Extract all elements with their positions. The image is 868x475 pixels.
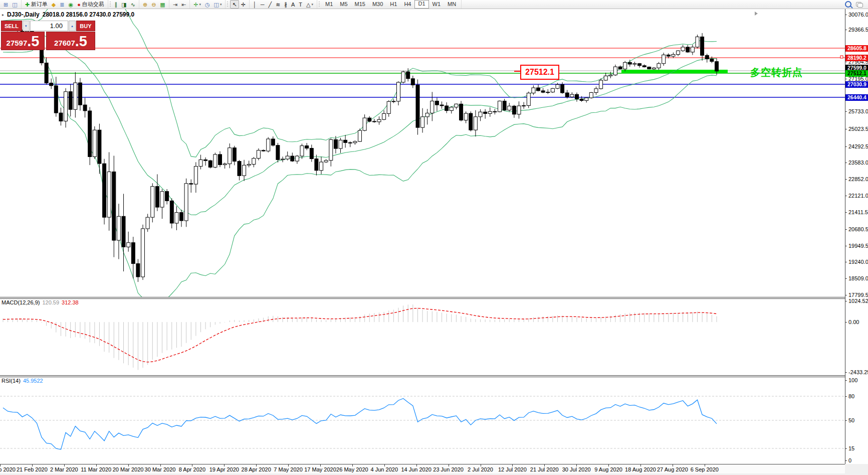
candle bbox=[78, 78, 82, 110]
one-click-collapse-icon[interactable]: ▸ bbox=[2, 13, 4, 17]
new-order-button: ✚ bbox=[25, 1, 30, 8]
candle bbox=[377, 116, 381, 125]
rsi-svg bbox=[0, 377, 845, 464]
candle bbox=[324, 159, 328, 163]
sell-button[interactable]: SELL bbox=[1, 21, 22, 31]
candle bbox=[392, 99, 395, 103]
price-level-badge: 26440.4 bbox=[845, 94, 868, 101]
price-axis-label: 22852.0 bbox=[848, 176, 868, 182]
period-clock-icon: ◷ bbox=[205, 1, 210, 8]
candle bbox=[305, 143, 309, 150]
add-indicator-icon[interactable]: ✛▾ bbox=[191, 0, 203, 9]
search-icon[interactable] bbox=[845, 1, 851, 8]
candle bbox=[460, 101, 463, 121]
candle bbox=[435, 98, 439, 111]
chat-icon[interactable] bbox=[856, 2, 863, 7]
market-depth-icon[interactable]: ≣ bbox=[58, 0, 66, 9]
date-axis-label: 26 May 2020 bbox=[336, 466, 368, 472]
toolbar-group: ✚新订单◆≣◉●自动交易 bbox=[22, 0, 108, 9]
auto-scroll-icon: ⇤ bbox=[181, 1, 186, 8]
date-axis: 12 Feb 202021 Feb 20202 Mar 202011 Mar 2… bbox=[0, 464, 845, 473]
templates-icon[interactable]: ◫▾ bbox=[212, 0, 224, 9]
timeframe-D1[interactable]: D1 bbox=[414, 0, 428, 9]
candle bbox=[638, 63, 641, 68]
timeframe-M5[interactable]: M5 bbox=[336, 0, 351, 9]
candle bbox=[657, 62, 661, 70]
new-order-button[interactable]: ✚新订单 bbox=[23, 0, 50, 9]
price-axis-label: 1024.52 bbox=[848, 298, 868, 304]
candle bbox=[74, 72, 77, 118]
auto-scroll-icon[interactable]: ⇤ bbox=[179, 0, 188, 9]
main-chart-svg[interactable] bbox=[0, 9, 845, 297]
candle bbox=[464, 111, 468, 123]
alerts-icon[interactable]: ◉ bbox=[67, 0, 76, 9]
timeframe-W1[interactable]: W1 bbox=[429, 0, 445, 9]
text-icon[interactable]: A bbox=[289, 0, 297, 9]
timeframe-M15[interactable]: M15 bbox=[351, 0, 369, 9]
toolbar-group: │─╱≋∦AT△▾ bbox=[250, 0, 317, 9]
date-axis-label: 8 Apr 2020 bbox=[179, 466, 205, 472]
price-axis-label: 25733.0 bbox=[848, 108, 868, 114]
channel-icon[interactable]: ∦ bbox=[282, 0, 289, 9]
zoom-out-icon[interactable]: ⊖ bbox=[149, 0, 158, 9]
trendline-icon[interactable]: ╱ bbox=[267, 0, 274, 9]
candle bbox=[527, 92, 530, 108]
chart-profiles-icon[interactable]: ◫ bbox=[10, 0, 19, 9]
gold-icon[interactable]: ◆ bbox=[50, 0, 58, 9]
cursor-icon[interactable]: ↖ bbox=[230, 0, 239, 9]
volume-decrease-button[interactable]: ▼ bbox=[23, 21, 30, 31]
chevron-down-icon: ▾ bbox=[311, 3, 313, 7]
text-label-icon[interactable]: T bbox=[297, 0, 304, 9]
candle bbox=[585, 97, 588, 102]
candle bbox=[387, 100, 390, 117]
candle bbox=[416, 79, 419, 134]
candle bbox=[228, 143, 232, 168]
price-axis-label: 17799.5 bbox=[848, 292, 868, 298]
buy-price[interactable]: 27607 .5 bbox=[46, 32, 95, 50]
chart-shift-icon[interactable]: ⇥ bbox=[171, 0, 179, 9]
line-chart-icon: ∿ bbox=[131, 1, 135, 8]
price-level-badge: 28605.8 bbox=[845, 45, 868, 52]
timeframe-H4[interactable]: H4 bbox=[400, 0, 414, 9]
date-axis-label: 20 Mar 2020 bbox=[113, 466, 144, 472]
shapes-icon[interactable]: △▾ bbox=[304, 0, 315, 9]
fibonacci-icon[interactable]: ≋ bbox=[274, 0, 282, 9]
new-order-button-label: 新订单 bbox=[31, 1, 48, 8]
price-axis-label: 23583.0 bbox=[848, 160, 868, 166]
candle bbox=[618, 66, 622, 70]
candle bbox=[440, 101, 444, 108]
line-chart-icon[interactable]: ∿ bbox=[129, 0, 137, 9]
rsi-label: RSI(14)45.9522 bbox=[2, 378, 43, 384]
candle bbox=[503, 99, 506, 111]
vertical-line-icon[interactable]: │ bbox=[251, 0, 259, 9]
price-annotation-box[interactable]: 27512.1 bbox=[520, 65, 559, 80]
candle bbox=[339, 138, 342, 153]
tile-windows-icon[interactable]: ▦ bbox=[158, 0, 167, 9]
timeframe-MN[interactable]: MN bbox=[444, 0, 460, 9]
date-axis-label: 9 Aug 2020 bbox=[594, 466, 622, 472]
macd-name: MACD(12,26,9) bbox=[2, 299, 40, 305]
candle bbox=[189, 180, 193, 193]
volume-increase-button[interactable]: ▲ bbox=[69, 21, 76, 31]
price-level-badge: 28190.2 bbox=[845, 55, 868, 61]
candle bbox=[243, 160, 246, 181]
candle bbox=[127, 232, 130, 252]
crosshair-icon[interactable]: ✛ bbox=[239, 0, 248, 9]
sell-price[interactable]: 27597 .5 bbox=[1, 32, 45, 50]
zoom-in-icon[interactable]: ⊕ bbox=[141, 0, 149, 9]
horizontal-line-icon[interactable]: ─ bbox=[259, 0, 267, 9]
bar-chart-icon[interactable]: ∥ bbox=[113, 0, 120, 9]
volume-input[interactable]: 1.00 bbox=[30, 21, 68, 31]
new-chart-icon[interactable]: ⊞ bbox=[2, 0, 10, 9]
timeframe-M1[interactable]: M1 bbox=[322, 0, 336, 9]
candle bbox=[589, 92, 593, 98]
timeframe-M30[interactable]: M30 bbox=[369, 0, 386, 9]
candle bbox=[64, 88, 68, 128]
timeframe-H1[interactable]: H1 bbox=[386, 0, 400, 9]
buy-button[interactable]: BUY bbox=[76, 21, 95, 31]
autotrading-button[interactable]: ●自动交易 bbox=[75, 0, 106, 9]
turning-point-annotation[interactable]: 多空转折点 bbox=[750, 66, 803, 79]
candlestick-chart-icon[interactable]: ◨ bbox=[119, 0, 128, 9]
period-clock-icon[interactable]: ◷ bbox=[203, 0, 212, 9]
candle bbox=[295, 155, 299, 164]
